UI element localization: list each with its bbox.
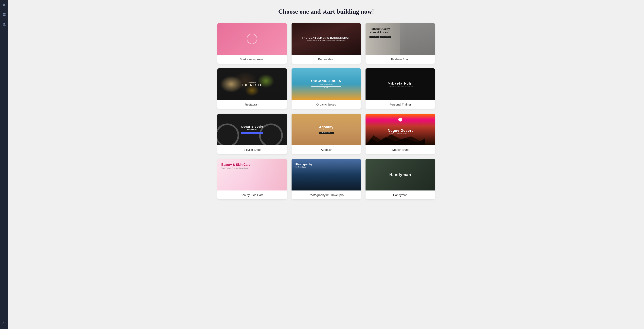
template-negev-tours[interactable]: Negev Desert Adventure travel & desert t… <box>366 114 435 154</box>
template-organic-juices-image: ORGANIC JUICES Freshly squeezed daily SH… <box>292 68 361 100</box>
template-new-project[interactable]: + Start a new project <box>217 23 287 64</box>
template-beauty-image: Beauty & Skin Care This is Photoshop's v… <box>217 159 287 191</box>
negev-bg: Negev Desert Adventure travel & desert t… <box>366 114 435 145</box>
template-new-project-label: Start a new project <box>217 55 287 64</box>
template-personal-trainer-image: Mikaela Fohr PERSONAL TRAINER & COACH <box>366 68 435 100</box>
negev-sub: Adventure travel & desert tours <box>388 133 413 134</box>
template-handyman-label: Handyman <box>366 191 435 199</box>
template-adobtify-label: Adobtify <box>292 145 361 154</box>
template-handyman[interactable]: Handyman Handyman <box>366 159 435 199</box>
template-negev-tours-label: Negev Tours <box>366 145 435 154</box>
template-barber-shop-image: THE GENTELMEN'S BARBERSHOP REDEFINING TH… <box>292 23 361 55</box>
template-photography[interactable]: Photography 01 Travel pro Photography 01… <box>292 159 361 199</box>
template-beauty-label: Beauty Skin Care <box>217 191 287 199</box>
template-fashion-shop[interactable]: Highest Quality. Honest Prices. SHOP MEN… <box>366 23 435 64</box>
dashboard-icon[interactable] <box>2 12 7 17</box>
template-restaurant-image: Welcome THE RESTO <box>217 68 287 100</box>
restaurant-bg: Welcome THE RESTO <box>217 68 287 100</box>
trainer-bg: Mikaela Fohr PERSONAL TRAINER & COACH <box>366 68 435 100</box>
negev-mountains-svg <box>366 133 425 145</box>
photo-title: Photography <box>296 163 312 166</box>
template-bicycle-shop-image: Oscar Bicycle Workshop EXPLORE MY SHOP <box>217 114 287 145</box>
trainer-text: Mikaela Fohr PERSONAL TRAINER & COACH <box>388 81 413 87</box>
juices-bg: ORGANIC JUICES Freshly squeezed daily SH… <box>292 68 361 100</box>
adobtify-text: Adobtify This is a blog for dog owners T… <box>319 125 334 134</box>
logout-icon[interactable] <box>2 321 7 327</box>
template-barber-shop-label: Barber shop <box>292 55 361 64</box>
trainer-name: Mikaela Fohr <box>388 81 413 85</box>
template-photography-label: Photography 01 Travel pro <box>292 191 361 199</box>
template-restaurant[interactable]: Welcome THE RESTO Restaurant <box>217 68 287 109</box>
template-adobtify-image: Adobtify This is a blog for dog owners T… <box>292 114 361 145</box>
bicycle-subtitle: Workshop <box>241 128 263 131</box>
page-title: Choose one and start building now! <box>20 8 632 15</box>
barber-sub: REDEFINING THE BARBERSHOP EXPERIENCE <box>302 40 350 42</box>
bicycle-bg: Oscar Bicycle Workshop EXPLORE MY SHOP <box>217 114 287 145</box>
handyman-title: Handyman <box>390 173 411 177</box>
template-personal-trainer[interactable]: Mikaela Fohr PERSONAL TRAINER & COACH Pe… <box>366 68 435 109</box>
restaurant-welcome: Welcome <box>241 81 263 83</box>
template-handyman-image: Handyman <box>366 159 435 191</box>
template-restaurant-label: Restaurant <box>217 100 287 109</box>
fashion-btn-men: SHOP MEN <box>370 36 378 38</box>
trainer-sub: PERSONAL TRAINER & COACH <box>388 85 413 87</box>
fashion-btn-women: SHOP WOMEN <box>380 36 391 38</box>
user-icon[interactable] <box>2 21 7 27</box>
main-content: Choose one and start building now! + Sta… <box>8 0 644 329</box>
barber-text: THE GENTELMEN'S BARBERSHOP REDEFINING TH… <box>302 36 350 42</box>
adobtify-btn: TAKE ME ONE <box>319 132 334 134</box>
template-fashion-shop-label: Fashion Shop <box>366 55 435 64</box>
handyman-text: Handyman <box>390 173 411 177</box>
home-icon[interactable] <box>2 2 7 8</box>
negev-title: Negev Desert <box>388 129 413 133</box>
fashion-buttons: SHOP MEN SHOP WOMEN <box>370 36 391 38</box>
sidebar <box>0 0 8 329</box>
template-adobtify[interactable]: Adobtify This is a blog for dog owners T… <box>292 114 361 154</box>
negev-text: Negev Desert Adventure travel & desert t… <box>388 129 413 134</box>
template-beauty[interactable]: Beauty & Skin Care This is Photoshop's v… <box>217 159 287 199</box>
barber-bg: THE GENTELMEN'S BARBERSHOP REDEFINING TH… <box>292 23 361 55</box>
juices-title: ORGANIC JUICES <box>311 79 341 83</box>
templates-grid: + Start a new project THE GENTELMEN'S BA… <box>217 23 435 199</box>
template-photography-image: Photography 01 Travel pro <box>292 159 361 191</box>
photo-sub: 01 Travel pro <box>296 166 312 168</box>
adobtify-bg: Adobtify This is a blog for dog owners T… <box>292 114 361 145</box>
template-barber-shop[interactable]: THE GENTELMEN'S BARBERSHOP REDEFINING TH… <box>292 23 361 64</box>
negev-sun <box>398 118 402 121</box>
bicycle-text: Oscar Bicycle Workshop EXPLORE MY SHOP <box>241 125 263 134</box>
restaurant-name: THE RESTO <box>241 83 263 87</box>
fashion-bg: Highest Quality. Honest Prices. SHOP MEN… <box>366 23 435 55</box>
photo-text: Photography 01 Travel pro <box>296 163 312 168</box>
plus-icon: + <box>247 34 257 44</box>
template-fashion-shop-image: Highest Quality. Honest Prices. SHOP MEN… <box>366 23 435 55</box>
template-negev-tours-image: Negev Desert Adventure travel & desert t… <box>366 114 435 145</box>
restaurant-text: Welcome THE RESTO <box>241 81 263 87</box>
template-bicycle-shop[interactable]: Oscar Bicycle Workshop EXPLORE MY SHOP B… <box>217 114 287 154</box>
beauty-sub: This is Photoshop's version of Lorem Ips… <box>221 167 250 169</box>
template-bicycle-shop-label: Bicycle Shop <box>217 145 287 154</box>
new-project-bg: + <box>217 23 287 55</box>
juices-sub: Freshly squeezed daily <box>311 83 341 85</box>
beauty-bg: Beauty & Skin Care This is Photoshop's v… <box>217 159 287 191</box>
template-organic-juices[interactable]: ORGANIC JUICES Freshly squeezed daily SH… <box>292 68 361 109</box>
beauty-text: Beauty & Skin Care This is Photoshop's v… <box>221 163 250 169</box>
template-new-project-image: + <box>217 23 287 55</box>
bicycle-btn: EXPLORE MY SHOP <box>241 132 263 134</box>
barber-title: THE GENTELMEN'S BARBERSHOP <box>302 36 350 39</box>
adobtify-sub: This is a blog for dog owners <box>319 129 334 130</box>
photo-bg: Photography 01 Travel pro <box>292 159 361 191</box>
handyman-bg: Handyman <box>366 159 435 191</box>
template-organic-juices-label: Organic Juices <box>292 100 361 109</box>
beauty-title: Beauty & Skin Care <box>221 163 250 167</box>
bicycle-wheel-left <box>217 123 239 145</box>
template-personal-trainer-label: Personal Trainer <box>366 100 435 109</box>
fashion-text: Highest Quality. Honest Prices. SHOP MEN… <box>370 27 391 38</box>
fashion-title: Highest Quality. Honest Prices. <box>370 27 391 34</box>
juices-btn: SHOP <box>311 86 341 89</box>
juices-text: ORGANIC JUICES Freshly squeezed daily SH… <box>311 79 341 89</box>
bicycle-title: Oscar Bicycle <box>241 125 263 128</box>
adobtify-title: Adobtify <box>319 125 334 129</box>
